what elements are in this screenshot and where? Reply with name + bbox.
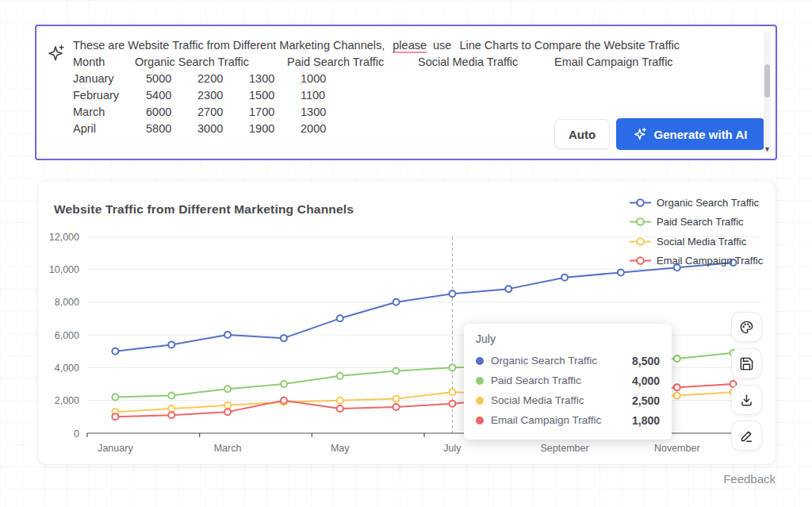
- chart-legend: Organic Search TrafficPaid Search Traffi…: [630, 193, 763, 271]
- data-point: [168, 341, 174, 348]
- tooltip-series-dot: [476, 397, 484, 405]
- prompt-table-cell: March: [73, 104, 146, 121]
- prompt-table-header: MonthOrganic Search TrafficPaid Search T…: [73, 54, 717, 71]
- prompt-table-cell: 1100: [301, 87, 352, 104]
- y-axis-label: 4,000: [55, 363, 79, 374]
- data-point: [337, 315, 343, 321]
- data-point: [168, 412, 174, 418]
- legend-item[interactable]: Paid Search Traffic: [630, 213, 763, 232]
- y-axis-label: 12,000: [49, 232, 79, 243]
- prompt-table-cell: 1300: [301, 104, 352, 121]
- scrollbar-thumb[interactable]: [764, 64, 770, 98]
- prompt-table-header-cell: Organic Search Traffic: [135, 54, 287, 71]
- tooltip-series-value: 1,800: [632, 414, 660, 427]
- prompt-table-cell: 1900: [249, 121, 301, 137]
- generate-with-ai-button[interactable]: Generate with AI: [616, 118, 764, 150]
- prompt-table-cell: April: [73, 121, 146, 137]
- auto-button[interactable]: Auto: [554, 119, 610, 149]
- legend-item[interactable]: Email Campaign Traffic: [630, 252, 763, 271]
- prompt-table-header-cell: Social Media Traffic: [418, 54, 554, 71]
- tooltip-series-dot: [476, 377, 484, 385]
- data-point: [224, 409, 231, 415]
- prompt-text-before: These are Website Traffic from Different…: [73, 39, 385, 52]
- sparkle-icon: [634, 127, 647, 141]
- prompt-table-cell: 3000: [197, 121, 249, 137]
- prompt-text: These are Website Traffic from Different…: [73, 37, 717, 54]
- ai-sparkle-icon: [48, 44, 65, 63]
- prompt-table-cell: January: [73, 71, 146, 87]
- legend-item-label: Organic Search Traffic: [657, 197, 759, 209]
- prompt-table-cell: 5000: [146, 71, 197, 87]
- tooltip-row: Organic Search Traffic8,500: [476, 351, 660, 371]
- data-point: [393, 396, 400, 402]
- prompt-table-row: February5400230015001100: [73, 87, 717, 104]
- prompt-table-cell: 5800: [146, 121, 197, 137]
- save-icon: [739, 356, 754, 371]
- tooltip-series-value: 4,000: [632, 374, 660, 387]
- tooltip-rows: Organic Search Traffic8,500Paid Search T…: [476, 351, 660, 430]
- x-axis-label: May: [331, 443, 350, 454]
- x-axis-label: November: [654, 443, 700, 454]
- data-point: [337, 405, 343, 412]
- legend-marker-icon: [630, 198, 651, 207]
- tooltip-series-value: 8,500: [632, 355, 660, 367]
- x-axis-label: March: [214, 443, 242, 454]
- prompt-table-cell: 6000: [146, 104, 197, 121]
- data-point: [674, 355, 680, 362]
- data-point: [674, 384, 680, 390]
- tooltip-series-dot: [476, 357, 484, 365]
- tooltip-row: Paid Search Traffic4,000: [476, 371, 660, 390]
- tooltip-month: July: [476, 332, 660, 345]
- tooltip-row: Social Media Traffic2,500: [476, 390, 660, 410]
- x-axis-label: July: [443, 443, 462, 454]
- generate-button-label: Generate with AI: [654, 128, 748, 141]
- data-point: [168, 392, 174, 398]
- prompt-table-cell: 1000: [301, 71, 352, 87]
- data-point: [337, 398, 343, 404]
- data-point: [618, 269, 624, 275]
- save-chart-button[interactable]: [732, 349, 761, 378]
- palette-icon: [739, 320, 754, 335]
- tooltip-series-value: 2,500: [632, 394, 660, 407]
- scrollbar-down-arrow-icon[interactable]: ▼: [764, 144, 771, 154]
- data-point: [505, 286, 511, 292]
- y-axis-label: 0: [74, 428, 79, 440]
- prompt-table-cell: 2000: [301, 121, 352, 137]
- edit-icon: [739, 428, 754, 444]
- data-point: [112, 413, 118, 420]
- prompt-panel: These are Website Traffic from Different…: [35, 25, 777, 160]
- data-point: [449, 389, 455, 395]
- legend-item[interactable]: Organic Search Traffic: [630, 193, 763, 213]
- prompt-table-row: January5000220013001000: [73, 71, 717, 87]
- data-point: [112, 348, 118, 355]
- prompt-text-middle: use: [433, 39, 451, 52]
- theme-palette-button[interactable]: [732, 313, 761, 341]
- data-point: [281, 381, 287, 387]
- prompt-table-header-cell: Month: [73, 54, 135, 71]
- data-point: [449, 401, 455, 407]
- data-point: [281, 398, 287, 404]
- prompt-table-cell: 2700: [197, 104, 249, 121]
- data-point: [224, 386, 231, 392]
- legend-item[interactable]: Social Media Traffic: [630, 232, 763, 252]
- tooltip-row: Email Campaign Traffic1,800: [476, 410, 660, 430]
- y-axis-label: 10,000: [49, 264, 79, 275]
- data-point: [449, 364, 455, 371]
- edit-chart-button[interactable]: [732, 421, 761, 450]
- y-axis-label: 8,000: [55, 297, 79, 308]
- legend-marker-icon: [630, 256, 651, 265]
- page: These are Website Traffic from Different…: [0, 0, 812, 507]
- x-axis-label: September: [541, 443, 589, 454]
- tooltip-series-label: Social Media Traffic: [491, 394, 584, 406]
- tooltip-series-label: Email Campaign Traffic: [491, 414, 601, 426]
- prompt-word-underlined: please: [393, 39, 427, 53]
- y-axis-label: 2,000: [55, 395, 79, 406]
- prompt-table-cell: 5400: [146, 87, 197, 104]
- feedback-link[interactable]: Feedback: [723, 472, 776, 486]
- tooltip-series-label: Organic Search Traffic: [491, 355, 597, 367]
- download-chart-button[interactable]: [732, 386, 761, 414]
- panel-scrollbar[interactable]: ▼: [764, 31, 771, 154]
- prompt-table-header-cell: Paid Search Traffic: [287, 54, 418, 71]
- data-point: [393, 367, 400, 374]
- data-point: [674, 392, 680, 398]
